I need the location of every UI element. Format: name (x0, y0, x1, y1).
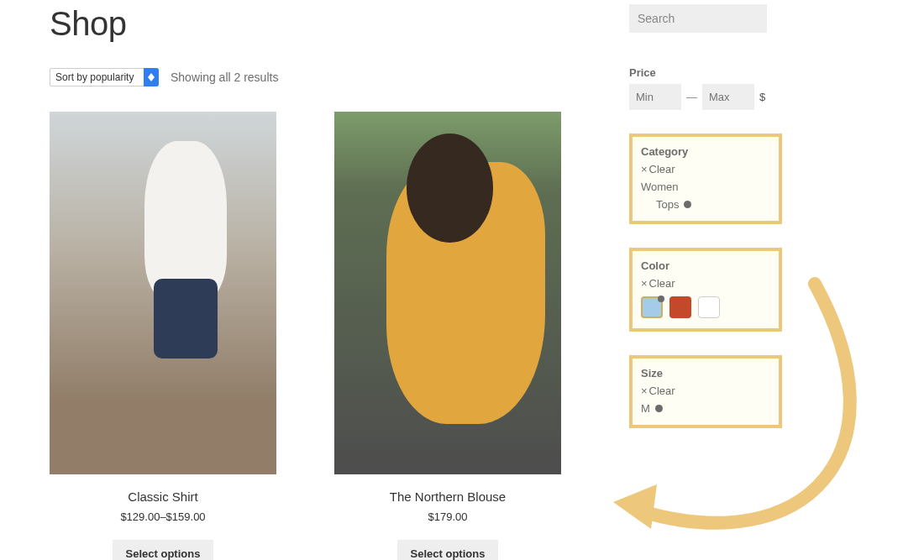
search-box (629, 4, 767, 33)
select-options-button[interactable]: Select options (397, 540, 499, 560)
price-filter-label: Price (629, 66, 789, 79)
size-item-m[interactable]: M (641, 402, 770, 415)
filter-heading: Category (641, 145, 770, 158)
clear-size[interactable]: ×Clear (641, 385, 770, 397)
close-icon: × (641, 277, 648, 290)
price-dash: — (686, 91, 697, 103)
price-max-input[interactable] (702, 84, 754, 110)
category-item-tops[interactable]: Tops (656, 198, 770, 211)
size-filter: Size ×Clear M (629, 355, 782, 428)
active-dot-icon (684, 201, 691, 208)
search-input[interactable] (629, 4, 767, 33)
sort-dropdown[interactable]: Sort by popularity (50, 68, 159, 86)
product-title: Classic Shirt (50, 489, 276, 504)
color-swatches (641, 296, 770, 318)
shop-toolbar: Sort by popularity Showing all 2 results (50, 68, 606, 86)
clear-color[interactable]: ×Clear (641, 277, 770, 290)
filter-heading: Color (641, 259, 770, 272)
close-icon: × (641, 163, 648, 175)
product-image[interactable] (50, 112, 276, 474)
product-title: The Northern Blouse (334, 489, 561, 504)
price-min-input[interactable] (629, 84, 681, 110)
category-item-women[interactable]: Women (641, 181, 770, 193)
filter-heading: Size (641, 367, 770, 379)
color-filter: Color ×Clear (629, 248, 782, 332)
product-card[interactable]: Classic Shirt $129.00–$159.00 Select opt… (50, 112, 276, 560)
select-options-button[interactable]: Select options (113, 540, 214, 560)
swatch-blue[interactable] (641, 296, 663, 318)
swatch-orange[interactable] (669, 296, 691, 318)
page-title: Shop (50, 5, 606, 43)
active-dot-icon (658, 296, 664, 302)
clear-category[interactable]: ×Clear (641, 163, 770, 175)
price-currency: $ (759, 91, 765, 103)
swatch-white[interactable] (698, 296, 720, 318)
product-grid: Classic Shirt $129.00–$159.00 Select opt… (50, 112, 606, 560)
price-filter: Price — $ (629, 66, 789, 110)
results-count: Showing all 2 results (171, 71, 278, 84)
product-price: $179.00 (334, 510, 561, 523)
sort-select[interactable]: Sort by popularity (50, 68, 159, 86)
product-card[interactable]: The Northern Blouse $179.00 Select optio… (334, 112, 561, 560)
close-icon: × (641, 385, 648, 397)
product-image[interactable] (334, 112, 561, 474)
active-dot-icon (655, 405, 663, 412)
sidebar: Price — $ Category ×Clear Women Tops Col… (629, 0, 789, 560)
product-price: $129.00–$159.00 (50, 510, 276, 523)
category-filter: Category ×Clear Women Tops (629, 133, 782, 224)
